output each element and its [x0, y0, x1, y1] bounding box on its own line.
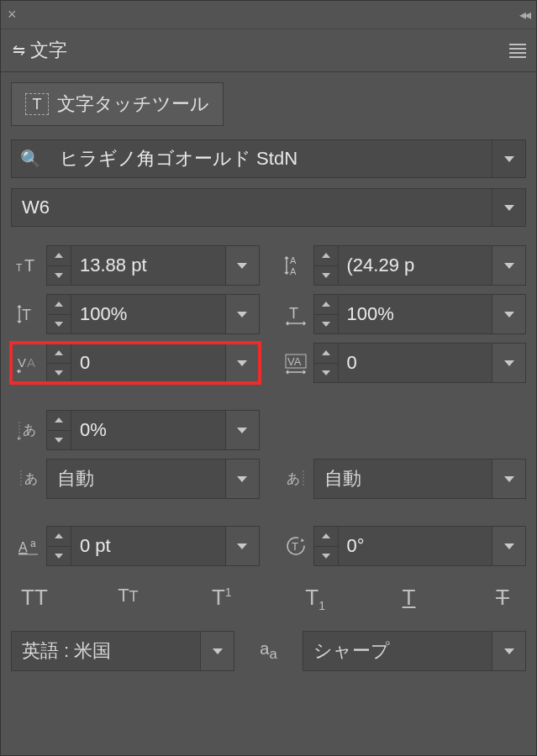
leading-stepper[interactable] [313, 245, 339, 286]
font-size-dropdown[interactable] [226, 245, 260, 286]
tracking-stepper[interactable] [313, 343, 339, 383]
aki-left-value[interactable]: 自動 [46, 459, 226, 499]
antialias-dropdown[interactable] [492, 631, 526, 671]
touch-type-tool-button[interactable]: T 文字タッチツール [11, 82, 224, 126]
svg-text:A: A [290, 255, 297, 265]
svg-text:A: A [27, 355, 35, 370]
tracking-dropdown[interactable] [492, 343, 526, 383]
aki-right-value[interactable]: 自動 [313, 459, 493, 499]
font-family-select[interactable]: 🔍 ヒラギノ角ゴオールド StdN [11, 139, 526, 178]
leading-input[interactable]: (24.29 p [339, 245, 493, 286]
superscript-button[interactable]: T1 [202, 585, 242, 612]
underline-button[interactable]: T [389, 585, 429, 612]
chevron-down-icon [504, 205, 514, 211]
baseline-shift-control: Aa 0 pt [11, 526, 260, 566]
svg-text:T: T [16, 262, 23, 274]
kerning-stepper[interactable] [46, 343, 71, 383]
leading-control: AA (24.29 p [278, 245, 527, 286]
chevron-down-icon [504, 476, 514, 482]
chevron-down-icon [504, 648, 514, 654]
tab-character[interactable]: ⇋ 文字 [1, 29, 82, 71]
search-icon: 🔍 [12, 149, 50, 169]
font-weight-dropdown[interactable] [492, 189, 525, 226]
all-caps-button[interactable]: TT [14, 585, 55, 612]
vertical-scale-dropdown[interactable] [226, 294, 260, 334]
baseline-shift-dropdown[interactable] [226, 526, 260, 566]
antialias-value[interactable]: シャープ [303, 631, 492, 671]
font-size-stepper[interactable] [46, 245, 71, 286]
caret-up-icon [322, 302, 330, 307]
language-control: 英語 : 米国 [11, 631, 234, 671]
caret-up-icon [55, 417, 63, 423]
aki-left-icon: あ [11, 466, 46, 491]
rotation-input[interactable]: 0° [339, 526, 493, 566]
svg-text:A: A [18, 540, 28, 554]
horizontal-scale-dropdown[interactable] [492, 294, 526, 334]
antialias-control: シャープ [303, 631, 526, 671]
caret-down-icon [55, 322, 63, 327]
small-caps-button[interactable]: TT [108, 585, 148, 612]
aki-left-dropdown[interactable] [226, 459, 260, 499]
horizontal-scale-stepper[interactable] [313, 294, 339, 334]
svg-text:T: T [289, 305, 298, 322]
language-dropdown[interactable] [201, 631, 234, 671]
svg-text:T: T [22, 307, 31, 323]
vertical-scale-input[interactable]: 100% [71, 294, 226, 334]
caret-up-icon [55, 350, 63, 355]
chevron-down-icon [213, 648, 223, 654]
svg-text:T: T [24, 256, 34, 275]
chevron-down-icon [504, 543, 514, 549]
chevron-down-icon [237, 312, 247, 318]
leading-dropdown[interactable] [492, 245, 526, 286]
strikethrough-button[interactable]: T [482, 585, 523, 612]
rotation-control: T 0° [278, 526, 527, 566]
panel-tabs: ⇋ 文字 [1, 29, 536, 72]
link-icon: ⇋ [13, 41, 25, 60]
chevron-down-icon [237, 360, 247, 366]
close-icon[interactable]: × [8, 6, 17, 24]
leading-icon: AA [278, 253, 313, 278]
caret-up-icon [322, 253, 330, 258]
horizontal-scale-input[interactable]: 100% [339, 294, 493, 334]
tsume-input[interactable]: 0% [71, 410, 226, 450]
language-value[interactable]: 英語 : 米国 [11, 631, 201, 671]
baseline-shift-stepper[interactable] [46, 526, 71, 566]
font-weight-value: W6 [12, 197, 492, 218]
tracking-input[interactable]: 0 [339, 343, 493, 383]
tsume-stepper[interactable] [46, 410, 71, 450]
vertical-scale-icon: T [11, 302, 46, 327]
caret-down-icon [322, 273, 330, 278]
caret-down-icon [55, 370, 63, 375]
baseline-shift-input[interactable]: 0 pt [71, 526, 226, 566]
chevron-down-icon [237, 543, 247, 549]
tracking-control: VA 0 [278, 343, 527, 383]
tsume-dropdown[interactable] [226, 410, 260, 450]
tab-label: 文字 [30, 38, 67, 63]
kerning-input[interactable]: 0 [71, 343, 226, 383]
font-family-value: ヒラギノ角ゴオールド StdN [50, 146, 492, 171]
aki-right-dropdown[interactable] [492, 459, 526, 499]
collapse-icon[interactable]: ◂◂ [519, 7, 529, 23]
caret-down-icon [55, 554, 63, 559]
kerning-icon: VA [11, 350, 46, 375]
svg-text:a: a [30, 538, 36, 549]
font-weight-select[interactable]: W6 [11, 188, 526, 227]
panel-menu-button[interactable] [499, 29, 536, 71]
rotation-dropdown[interactable] [492, 526, 526, 566]
panel-titlebar: × ◂◂ [1, 1, 536, 29]
subscript-button[interactable]: T1 [295, 585, 335, 612]
svg-text:あ: あ [23, 423, 36, 437]
kerning-control: VA 0 [11, 343, 260, 383]
tsume-icon: あ [11, 417, 46, 443]
rotation-stepper[interactable] [313, 526, 339, 566]
font-size-input[interactable]: 13.88 pt [71, 245, 226, 286]
caret-down-icon [322, 554, 330, 559]
svg-text:A: A [290, 266, 297, 276]
vertical-scale-stepper[interactable] [46, 294, 71, 334]
kerning-dropdown[interactable] [226, 343, 260, 383]
font-family-dropdown[interactable] [492, 140, 525, 177]
caret-down-icon [55, 438, 63, 443]
chevron-down-icon [504, 263, 514, 269]
svg-text:あ: あ [24, 471, 38, 486]
chevron-down-icon [504, 312, 514, 318]
